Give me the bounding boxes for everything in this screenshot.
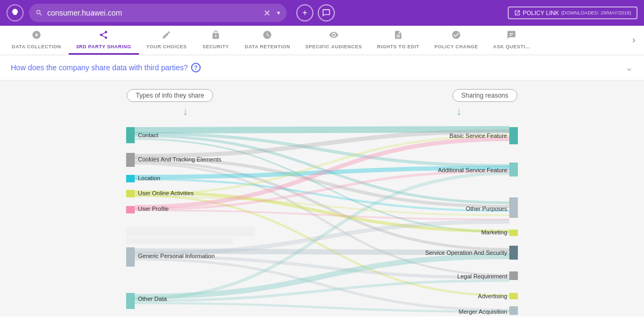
3rd-party-sharing-icon — [99, 30, 108, 42]
top-bar: ✕ ▾ + POLICY LINK (DOWNLOADED: 29/MAY/20… — [0, 0, 644, 26]
tab-data-collection[interactable]: DATA COLLECTION — [4, 26, 69, 55]
svg-rect-7 — [509, 127, 518, 144]
question-text-container: How does the company share data with thi… — [11, 63, 201, 72]
tab-policy-change-label: POLICY CHANGE — [434, 44, 478, 50]
svg-rect-10 — [509, 230, 518, 236]
svg-text:User Profile: User Profile — [138, 205, 169, 212]
url-input[interactable] — [47, 9, 257, 17]
tab-data-collection-label: DATA COLLECTION — [12, 44, 61, 50]
tab-3rd-party-sharing-label: 3RD PARTY SHARING — [76, 44, 131, 50]
tab-rights-to-edit-label: RIGHTS TO EDIT — [377, 44, 420, 50]
tab-specific-audiences-label: SPECIFIC AUDIENCES — [305, 44, 362, 50]
url-bar[interactable]: ✕ ▾ — [29, 4, 287, 22]
svg-rect-8 — [509, 163, 518, 176]
tab-data-retention-label: DATA RETENTION — [245, 44, 290, 50]
data-collection-icon — [32, 30, 41, 42]
question-mark: ? — [194, 64, 198, 71]
tab-your-choices-label: YOUR CHOICES — [147, 44, 187, 50]
svg-rect-2 — [126, 175, 135, 182]
data-retention-icon — [262, 30, 272, 42]
svg-text:Merger Acquisition: Merger Acquisition — [459, 308, 508, 315]
question-help-button[interactable]: ? — [191, 63, 201, 72]
svg-text:Generic Personal Information: Generic Personal Information — [138, 253, 215, 259]
left-filter-pill[interactable]: Types of info they share — [127, 89, 213, 102]
tab-ask-question-label: ASK QUESTI... — [493, 44, 530, 49]
svg-rect-13 — [509, 293, 518, 299]
tab-your-choices[interactable]: YOUR CHOICES — [139, 26, 195, 55]
specific-audiences-icon — [329, 30, 339, 42]
svg-text:Other Purposes: Other Purposes — [466, 205, 508, 212]
svg-text:Contact: Contact — [138, 132, 158, 138]
policy-link-downloaded: (DOWNLOADED: 29/MAY/2018) — [561, 10, 631, 16]
url-dropdown-button[interactable]: ▾ — [277, 9, 280, 17]
svg-rect-31 — [126, 238, 233, 244]
svg-rect-9 — [509, 197, 518, 218]
security-icon — [211, 30, 221, 42]
logo-button[interactable] — [6, 4, 24, 21]
svg-rect-1 — [126, 153, 135, 167]
policy-link-label: POLICY LINK — [523, 10, 559, 16]
chat-button[interactable] — [318, 4, 335, 21]
right-arrow-icon: ↓ — [456, 105, 462, 117]
svg-text:Cookies And Tracking Elements: Cookies And Tracking Elements — [138, 156, 222, 163]
question-bar: How does the company share data with thi… — [0, 55, 644, 80]
svg-text:User Online Activities: User Online Activities — [138, 190, 194, 196]
tab-3rd-party-sharing[interactable]: 3RD PARTY SHARING — [69, 26, 139, 55]
svg-text:Location: Location — [138, 175, 160, 181]
rights-to-edit-icon — [393, 30, 403, 42]
add-button[interactable]: + — [296, 4, 313, 21]
svg-text:Additional Service Feature: Additional Service Feature — [438, 167, 507, 173]
svg-rect-3 — [126, 190, 135, 197]
right-filter-pill[interactable]: Sharing reasons — [452, 89, 517, 102]
left-filter-label: Types of info they share — [136, 92, 204, 99]
nav-tabs: DATA COLLECTION 3RD PARTY SHARING YOUR C… — [0, 26, 644, 55]
svg-text:Marketing: Marketing — [481, 229, 507, 235]
svg-text:Advertising: Advertising — [478, 293, 507, 299]
tab-ask-question[interactable]: ASK QUESTI... — [486, 26, 538, 54]
tab-rights-to-edit[interactable]: RIGHTS TO EDIT — [370, 26, 427, 55]
sankey-diagram: Contact Cookies And Tracking Elements Lo… — [0, 120, 644, 316]
svg-rect-14 — [509, 306, 518, 315]
tab-specific-audiences[interactable]: SPECIFIC AUDIENCES — [298, 26, 370, 55]
tab-data-retention[interactable]: DATA RETENTION — [237, 26, 298, 55]
svg-rect-11 — [509, 246, 518, 260]
svg-text:Basic Service Feature: Basic Service Feature — [449, 132, 507, 139]
policy-link-button[interactable]: POLICY LINK (DOWNLOADED: 29/MAY/2018) — [508, 6, 638, 19]
your-choices-icon — [162, 30, 171, 42]
top-bar-actions: + — [296, 4, 335, 21]
right-filter-label: Sharing reasons — [462, 92, 508, 99]
svg-rect-30 — [126, 227, 255, 237]
tab-security-label: SECURITY — [202, 44, 229, 49]
main-content: Types of info they share Sharing reasons… — [0, 80, 644, 316]
svg-text:Service Operation And Security: Service Operation And Security — [425, 249, 507, 256]
svg-rect-5 — [126, 247, 135, 267]
arrows-row: ↓ ↓ — [0, 105, 644, 117]
nav-more-button[interactable]: › — [628, 30, 640, 50]
svg-rect-4 — [126, 206, 135, 213]
url-clear-button[interactable]: ✕ — [261, 8, 273, 18]
tab-policy-change[interactable]: POLICY CHANGE — [427, 26, 485, 55]
svg-rect-12 — [509, 271, 518, 280]
left-arrow-icon: ↓ — [182, 105, 188, 117]
svg-rect-0 — [126, 127, 135, 143]
policy-change-icon — [451, 30, 461, 42]
expand-button[interactable]: ⌄ — [625, 62, 633, 73]
svg-text:Legal Requirement: Legal Requirement — [457, 273, 507, 279]
question-text: How does the company share data with thi… — [11, 63, 188, 72]
sankey-svg: Contact Cookies And Tracking Elements Lo… — [126, 120, 518, 316]
svg-rect-6 — [126, 293, 135, 309]
svg-text:Other Data: Other Data — [138, 296, 167, 302]
tab-security[interactable]: SECURITY — [194, 26, 237, 54]
search-icon — [35, 9, 43, 17]
ask-question-icon — [507, 30, 516, 42]
